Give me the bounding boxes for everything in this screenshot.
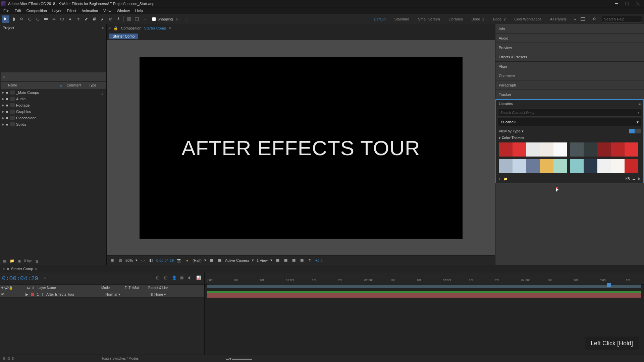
shape-stroke-icon[interactable] (133, 15, 141, 23)
workspace-sync-icon[interactable] (579, 15, 587, 23)
project-item[interactable]: ▶■Solids (0, 121, 106, 127)
work-area-bar[interactable] (207, 285, 641, 288)
eraser-tool[interactable] (99, 15, 106, 23)
chevron-down-icon[interactable]: ▾ (637, 111, 639, 115)
view-count[interactable]: 1 View (257, 258, 268, 262)
color-theme[interactable] (570, 159, 638, 173)
view-dropdown-icon[interactable]: ▾ (270, 258, 272, 262)
snap-edge-icon[interactable] (174, 15, 182, 23)
graph-editor-icon[interactable]: 📊 (196, 276, 202, 282)
resolution-dropdown-icon[interactable]: ▾ (204, 258, 206, 262)
th-layer-name[interactable]: Layer Name (36, 286, 100, 290)
workspace-bode1[interactable]: Bode_1 (468, 16, 488, 22)
workspace-standard[interactable]: Standard (390, 16, 413, 22)
exposure-reset-icon[interactable]: ⟲ (307, 258, 313, 263)
hand-tool[interactable] (10, 15, 17, 23)
roi-icon[interactable]: ◧ (148, 258, 154, 263)
timeline-icon[interactable]: ▦ (291, 258, 297, 263)
cloud-sync-icon[interactable]: ☁ (632, 177, 635, 181)
panel-character[interactable]: Character (495, 71, 644, 80)
layer-color-label[interactable] (31, 293, 34, 296)
menu-edit[interactable]: Edit (12, 8, 24, 13)
workspace-cool[interactable]: Cool Workspace (511, 16, 546, 22)
close-button[interactable] (633, 0, 643, 7)
toggle-switches-modes[interactable]: Toggle Switches / Modes (102, 357, 139, 360)
th-mode[interactable]: Mode (100, 286, 123, 290)
draft3d-icon[interactable]: ◫ (164, 276, 170, 282)
panel-menu-icon[interactable]: ≡ (639, 102, 641, 106)
shape-fill-icon[interactable] (125, 15, 132, 23)
delete-icon[interactable]: 🗑 (637, 177, 641, 181)
search-icon[interactable]: ⌕ (44, 276, 49, 281)
menu-view[interactable]: View (101, 8, 114, 13)
workspace-smallscreen[interactable]: Small Screen (414, 16, 444, 22)
visibility-toggle[interactable]: 👁 (0, 292, 5, 296)
add-content-icon[interactable]: + (499, 177, 501, 181)
motionblur-icon[interactable]: ◐ (188, 276, 194, 282)
camera-tool[interactable] (42, 15, 50, 23)
rotation-tool[interactable] (34, 15, 42, 23)
composition-name[interactable]: Starter Comp (144, 26, 166, 30)
zoom-dropdown-icon[interactable]: ▾ (136, 258, 138, 262)
zoom-level[interactable]: 50% (125, 258, 133, 262)
zoom-slider[interactable]: ▬◆▬▬▬▬▬▬ (226, 357, 252, 360)
project-col-name[interactable]: Name ▲ (6, 83, 65, 87)
close-tab-icon[interactable]: × (109, 26, 111, 30)
interpret-footage-icon[interactable]: ▦ (2, 258, 7, 264)
layer-name[interactable]: After Effects Tour (45, 292, 105, 296)
resolution-icon[interactable]: ▭ (140, 258, 146, 263)
view-by-type[interactable]: View by Type ▾ (499, 129, 524, 133)
project-item[interactable]: ▶■Footage (0, 102, 106, 108)
snap-point-icon[interactable] (183, 15, 191, 23)
workspace-allpanels[interactable]: All Panels (546, 16, 571, 22)
library-selector[interactable]: eCornell ▾ (498, 118, 641, 126)
av-toggle-icons[interactable]: 👁🔊🔒 (1, 286, 13, 290)
list-view-icon[interactable] (635, 129, 641, 133)
panel-info[interactable]: Info (495, 24, 644, 34)
panel-tracker[interactable]: Tracker (495, 90, 644, 99)
project-col-comment[interactable]: Comment (65, 83, 87, 87)
brush-tool[interactable] (83, 15, 90, 23)
puppet-tool[interactable] (115, 15, 122, 23)
frameblend-icon[interactable]: ▦ (180, 276, 186, 282)
panel-menu-icon[interactable]: ≡ (102, 26, 104, 30)
flowchart-icon[interactable]: ▦ (299, 258, 305, 263)
workspace-default[interactable]: Default (370, 16, 390, 22)
snapping-checkbox[interactable] (152, 17, 156, 21)
new-folder-icon[interactable]: 📁 (9, 258, 15, 264)
shy-icon[interactable]: 👤 (172, 276, 178, 282)
resolution-label[interactable]: (Half) (193, 258, 202, 262)
search-icon[interactable]: ⌕ (3, 75, 5, 79)
layer-duration-bar[interactable] (207, 291, 641, 298)
menu-file[interactable]: File (1, 8, 12, 13)
snapshot-icon[interactable]: 📷 (176, 258, 182, 263)
menu-effect[interactable]: Effect (64, 8, 79, 13)
pixel-aspect-icon[interactable]: ▦ (275, 258, 280, 263)
panel-preview[interactable]: Preview (495, 43, 644, 52)
color-theme[interactable] (499, 142, 567, 157)
delete-icon[interactable]: 🗑 (34, 258, 40, 264)
exposure-value[interactable]: +0.0 (315, 258, 323, 262)
always-preview-icon[interactable]: ▦ (109, 258, 115, 263)
minimize-button[interactable] (612, 0, 621, 7)
close-tab-icon[interactable]: × (3, 267, 5, 271)
menu-composition[interactable]: Composition (24, 8, 50, 13)
project-item[interactable]: ▶■Graphics (0, 108, 106, 115)
tab-menu-icon[interactable]: ≡ (169, 26, 171, 30)
current-timecode[interactable]: 0:00:04:29 (2, 275, 38, 282)
timeline-tab[interactable]: Starter Comp (11, 267, 33, 271)
camera-dropdown-icon[interactable]: ▾ (252, 258, 254, 262)
fastpreview-icon[interactable]: ▦ (283, 258, 288, 263)
panel-align[interactable]: Align (495, 62, 644, 71)
project-col-type[interactable]: Type (87, 83, 106, 87)
flowchart-tab[interactable]: Starter Comp (109, 34, 138, 39)
panel-effects-presets[interactable]: Effects & Presets (495, 52, 644, 62)
workspace Libraries[interactable]: Libraries (445, 16, 467, 22)
project-item[interactable]: ▶■Placeholder (0, 115, 106, 121)
3d-icon[interactable]: ▦ (217, 258, 222, 263)
comp-mini-flowchart-icon[interactable]: ◫ (156, 276, 162, 282)
pen-tool[interactable] (66, 15, 74, 23)
toggle-switch-icon[interactable]: ⊞ (3, 357, 5, 360)
swatch-icon[interactable]: ⬚ (100, 91, 103, 94)
panel-paragraph[interactable]: Paragraph (495, 80, 644, 90)
